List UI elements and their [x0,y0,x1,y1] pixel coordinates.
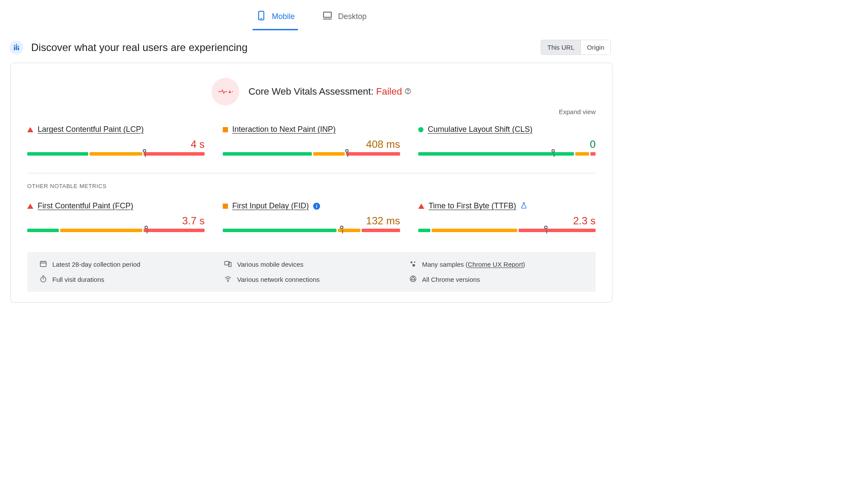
svg-point-8 [16,44,17,45]
desktop-icon [322,10,333,23]
help-icon[interactable] [404,86,411,97]
svg-line-30 [410,280,412,281]
tab-mobile-label: Mobile [272,12,295,21]
seg-poor [519,229,596,232]
metric-fid-name[interactable]: First Input Delay (FID) [232,201,309,211]
page-header: Discover what your real users are experi… [0,30,623,63]
page-title: Discover what your real users are experi… [31,41,247,54]
network-icon [224,275,232,284]
footer-period: Latest 28-day collection period [39,260,214,269]
metric-fcp: First Contentful Paint (FCP) 3.7 s [27,201,205,235]
svg-rect-6 [18,48,19,50]
metric-cls-name[interactable]: Cumulative Layout Shift (CLS) [428,125,532,134]
metric-fid: First Input Delay (FID) i 132 ms [223,201,400,235]
footer-durations-text: Full visit durations [52,276,104,283]
devices-icon [224,260,232,269]
svg-point-20 [410,262,413,264]
tab-desktop[interactable]: Desktop [319,5,370,30]
metric-inp-bar [223,152,400,158]
seg-good [223,152,312,156]
experimental-icon[interactable] [520,202,527,210]
metric-lcp: Largest Contentful Paint (LCP) 4 s [27,125,205,158]
field-data-icon [10,41,23,54]
footer-samples-suffix: ) [523,261,525,268]
seg-needs-improvement [60,229,142,232]
footer-devices-text: Various mobile devices [237,261,303,268]
seg-good [223,229,337,232]
seg-poor [346,152,400,156]
toggle-origin[interactable]: Origin [580,40,610,54]
footer-devices: Various mobile devices [224,260,398,269]
info-icon[interactable]: i [313,203,320,210]
data-collection-footer: Latest 28-day collection period Various … [27,252,596,292]
calendar-icon [39,260,47,269]
footer-versions-text: All Chrome versions [422,276,480,283]
svg-rect-4 [14,47,15,50]
footer-samples-prefix: Many samples ( [422,261,468,268]
stopwatch-icon [39,275,47,284]
footer-period-text: Latest 28-day collection period [52,261,140,268]
svg-point-21 [414,262,415,263]
other-metrics-grid: First Contentful Paint (FCP) 3.7 s First… [27,201,596,235]
status-poor-icon [418,204,424,209]
svg-rect-5 [16,45,17,50]
metric-fcp-value: 3.7 s [27,215,205,227]
assessment-pulse-icon [212,78,239,105]
assessment-row: Core Web Vitals Assessment: Failed [27,78,596,105]
expand-view-link[interactable]: Expand view [559,108,596,115]
metric-ttfb-value: 2.3 s [418,215,596,227]
seg-good [418,229,430,232]
metric-inp-name[interactable]: Interaction to Next Paint (INP) [232,125,336,134]
other-metrics-label: OTHER NOTABLE METRICS [27,183,596,189]
svg-point-9 [18,45,19,47]
svg-rect-2 [324,12,331,17]
status-poor-icon [27,204,33,209]
metric-fid-value: 132 ms [223,215,400,227]
metric-ttfb: Time to First Byte (TTFB) 2.3 s [418,201,596,235]
toggle-this-url[interactable]: This URL [541,40,580,54]
seg-good [27,229,59,232]
footer-samples-text: Many samples (Chrome UX Report) [422,261,525,268]
metric-lcp-bar [27,152,205,158]
svg-point-11 [232,91,233,92]
device-tabs: Mobile Desktop [0,0,623,30]
seg-needs-improvement [432,229,517,232]
svg-point-26 [228,281,229,282]
scope-toggle: This URL Origin [541,40,611,55]
metric-fcp-name[interactable]: First Contentful Paint (FCP) [38,201,133,211]
metric-ttfb-name[interactable]: Time to First Byte (TTFB) [429,201,516,211]
metric-cls: Cumulative Layout Shift (CLS) 0 [418,125,596,158]
status-poor-icon [27,127,33,132]
svg-line-31 [414,280,416,281]
footer-samples: Many samples (Chrome UX Report) [409,260,583,269]
seg-poor [590,152,596,156]
metric-cls-bar [418,152,596,158]
seg-good [418,152,574,156]
metric-inp: Interaction to Next Paint (INP) 408 ms [223,125,400,158]
chrome-ux-report-link[interactable]: Chrome UX Report [468,261,523,268]
marker [143,149,146,153]
tab-mobile[interactable]: Mobile [253,5,298,30]
svg-point-7 [14,45,15,46]
seg-needs-improvement [90,152,142,156]
marker [345,149,349,153]
footer-durations: Full visit durations [39,275,214,284]
divider [27,173,596,173]
svg-rect-14 [40,262,46,267]
metric-lcp-value: 4 s [27,138,205,150]
seg-good [27,152,88,156]
seg-needs-improvement [313,152,345,156]
marker [544,226,548,229]
status-needs-improvement-icon [223,204,228,209]
marker [340,226,343,229]
assessment-text: Core Web Vitals Assessment: Failed [249,86,412,97]
core-metrics-grid: Largest Contentful Paint (LCP) 4 s Inter… [27,125,596,158]
metric-lcp-name[interactable]: Largest Contentful Paint (LCP) [38,125,144,134]
metric-inp-value: 408 ms [223,138,400,150]
vitals-panel: Core Web Vitals Assessment: Failed Expan… [10,63,612,303]
marker [144,226,148,229]
svg-point-22 [412,264,415,267]
assessment-status: Failed [376,86,402,97]
mobile-icon [256,10,266,23]
metric-cls-value: 0 [418,138,596,150]
